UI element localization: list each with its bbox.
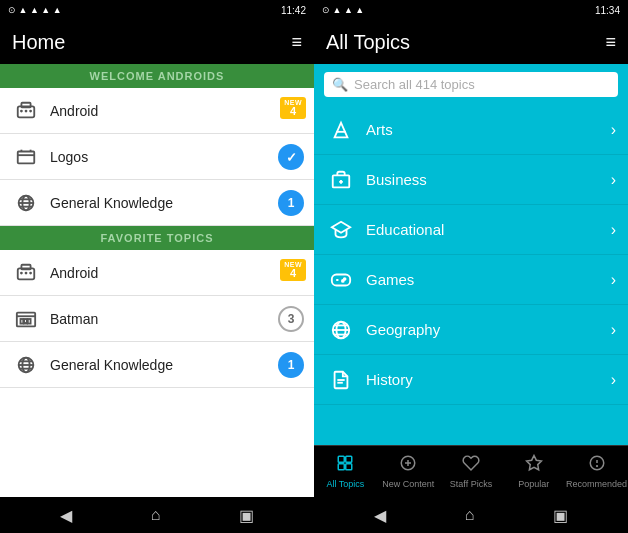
games-chevron: › [611,271,616,289]
general-knowledge-icon-2 [12,351,40,379]
fav-item-general[interactable]: General Knowledge 1 [0,342,314,388]
new-content-icon [399,454,417,477]
bottom-navigation: All Topics New Content Staff Picks [314,445,628,497]
fav-general-badge: 1 [278,352,304,378]
fav-item-batman[interactable]: Batman 3 [0,296,314,342]
recommended-label: Recommended [566,479,627,489]
bottom-nav-recommended[interactable]: Recommended [565,454,628,489]
staff-picks-icon [462,454,480,477]
topics-list: Arts › Business › [314,105,628,445]
welcome-general-label: General Knowledge [50,195,302,211]
bottom-nav-new-content[interactable]: New Content [377,454,440,489]
right-header-title: All Topics [326,31,410,54]
right-back-button[interactable]: ◀ [374,506,386,525]
svg-rect-49 [346,464,352,470]
all-topics-icon [336,454,354,477]
history-chevron: › [611,371,616,389]
svg-point-38 [342,280,344,282]
business-icon [326,165,356,195]
staff-picks-label: Staff Picks [450,479,492,489]
fav-android-badge: NEW 4 [280,259,306,281]
left-recent-button[interactable]: ▣ [239,506,254,525]
left-back-button[interactable]: ◀ [60,506,72,525]
welcome-item-logos[interactable]: Logos ✓ [0,134,314,180]
svg-rect-34 [332,274,350,285]
svg-rect-1 [21,102,30,107]
svg-rect-5 [18,151,35,163]
arts-chevron: › [611,121,616,139]
geography-label: Geography [366,321,611,338]
all-topics-label: All Topics [326,479,364,489]
search-bar-container: 🔍 Search all 414 topics [314,64,628,105]
history-label: History [366,371,611,388]
educational-chevron: › [611,221,616,239]
right-home-button[interactable]: ⌂ [465,506,475,524]
svg-rect-48 [339,464,345,470]
right-app-header: All Topics ≡ [314,20,628,64]
arts-icon [326,115,356,145]
left-app-header: Home ≡ [0,20,314,64]
batman-icon [12,305,40,333]
favorites-section-header: FAVORITE TOPICS [0,226,314,250]
right-status-icons: ⊙ ▲ ▲ ▲ [322,5,364,15]
educational-label: Educational [366,221,611,238]
left-header-title: Home [12,31,65,54]
search-placeholder-text: Search all 414 topics [354,77,475,92]
logos-icon [12,143,40,171]
welcome-topic-list: Android NEW 4 Logos ✓ [0,88,314,497]
android-icon [12,97,40,125]
general-badge-1: 1 [278,190,304,216]
popular-label: Popular [518,479,549,489]
right-menu-icon[interactable]: ≡ [605,32,616,53]
bottom-nav-popular[interactable]: Popular [502,454,565,489]
topic-row-arts[interactable]: Arts › [314,105,628,155]
left-home-button[interactable]: ⌂ [151,506,161,524]
topic-row-business[interactable]: Business › [314,155,628,205]
games-label: Games [366,271,611,288]
left-nav-bar: ◀ ⌂ ▣ [0,497,314,533]
svg-rect-15 [21,264,30,269]
svg-rect-46 [339,456,345,462]
business-chevron: › [611,171,616,189]
geography-chevron: › [611,321,616,339]
right-nav-bar: ◀ ⌂ ▣ [314,497,628,533]
android-badge-new: NEW 4 [280,97,306,119]
right-recent-button[interactable]: ▣ [553,506,568,525]
welcome-item-general[interactable]: General Knowledge 1 [0,180,314,226]
search-input-wrapper[interactable]: 🔍 Search all 414 topics [324,72,618,97]
welcome-section-header: WELCOME ANDROIDS [0,64,314,88]
search-icon: 🔍 [332,77,348,92]
welcome-item-android[interactable]: Android NEW 4 [0,88,314,134]
left-menu-icon[interactable]: ≡ [291,32,302,53]
topic-row-geography[interactable]: Geography › [314,305,628,355]
topic-row-games[interactable]: Games › [314,255,628,305]
bottom-nav-staff-picks[interactable]: Staff Picks [440,454,503,489]
bottom-nav-all-topics[interactable]: All Topics [314,454,377,489]
welcome-logos-label: Logos [50,149,302,165]
recommended-icon [588,454,606,477]
svg-rect-21 [21,319,24,324]
left-time: 11:42 [281,5,306,16]
welcome-android-label: Android [50,103,302,119]
svg-marker-53 [526,456,541,470]
right-status-bar: ⊙ ▲ ▲ ▲ 11:34 [314,0,628,20]
right-time: 11:34 [595,5,620,16]
right-panel: ⊙ ▲ ▲ ▲ 11:34 All Topics ≡ 🔍 Search all … [314,0,628,533]
fav-android-label: Android [50,265,302,281]
topic-row-history[interactable]: History › [314,355,628,405]
svg-rect-47 [346,456,352,462]
svg-rect-23 [28,319,31,324]
svg-rect-22 [24,319,27,324]
fav-item-android[interactable]: Android NEW 4 [0,250,314,296]
svg-marker-29 [335,122,348,137]
topic-row-educational[interactable]: Educational › [314,205,628,255]
popular-icon [525,454,543,477]
general-knowledge-icon-1 [12,189,40,217]
fav-general-label: General Knowledge [50,357,302,373]
games-icon [326,265,356,295]
educational-icon [326,215,356,245]
fav-android-icon [12,259,40,287]
geography-icon [326,315,356,345]
business-label: Business [366,171,611,188]
fav-batman-label: Batman [50,311,302,327]
